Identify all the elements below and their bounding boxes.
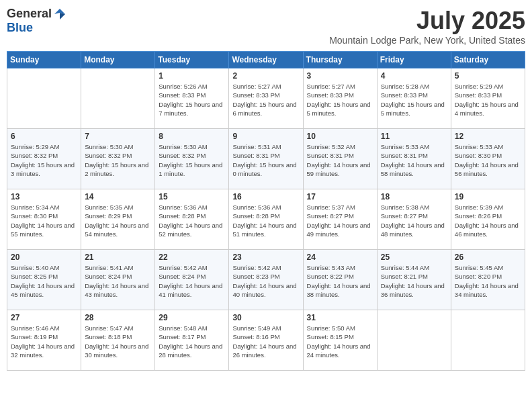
calendar-cell: 8Sunrise: 5:30 AM Sunset: 8:32 PM Daylig… <box>155 129 229 189</box>
day-number: 14 <box>85 192 151 201</box>
calendar-cell: 22Sunrise: 5:42 AM Sunset: 8:24 PM Dayli… <box>155 250 229 310</box>
calendar-cell: 23Sunrise: 5:42 AM Sunset: 8:23 PM Dayli… <box>229 250 303 310</box>
logo: General Blue <box>7 7 66 35</box>
day-info: Sunrise: 5:42 AM Sunset: 8:24 PM Dayligh… <box>159 263 225 299</box>
day-info: Sunrise: 5:35 AM Sunset: 8:29 PM Dayligh… <box>85 203 151 238</box>
day-info: Sunrise: 5:30 AM Sunset: 8:32 PM Dayligh… <box>85 142 151 178</box>
calendar-cell: 17Sunrise: 5:37 AM Sunset: 8:27 PM Dayli… <box>303 189 377 250</box>
calendar-cell: 31Sunrise: 5:50 AM Sunset: 8:15 PM Dayli… <box>303 310 377 371</box>
calendar-cell: 7Sunrise: 5:30 AM Sunset: 8:32 PM Daylig… <box>81 129 155 189</box>
day-of-week-saturday: Saturday <box>451 52 525 68</box>
day-of-week-friday: Friday <box>377 52 451 68</box>
day-number: 22 <box>159 253 225 262</box>
calendar-cell <box>377 310 451 371</box>
day-number: 2 <box>232 71 299 81</box>
day-info: Sunrise: 5:43 AM Sunset: 8:22 PM Dayligh… <box>307 263 373 299</box>
calendar-header: SundayMondayTuesdayWednesdayThursdayFrid… <box>7 52 525 68</box>
calendar-cell <box>451 310 525 371</box>
logo-blue-text: Blue <box>7 21 33 35</box>
day-info: Sunrise: 5:46 AM Sunset: 8:19 PM Dayligh… <box>11 324 77 359</box>
day-number: 16 <box>232 192 299 201</box>
day-number: 10 <box>307 132 373 141</box>
calendar-cell: 19Sunrise: 5:39 AM Sunset: 8:26 PM Dayli… <box>451 189 525 250</box>
calendar-cell: 6Sunrise: 5:29 AM Sunset: 8:32 PM Daylig… <box>7 129 81 189</box>
calendar-cell: 9Sunrise: 5:31 AM Sunset: 8:31 PM Daylig… <box>229 129 303 189</box>
calendar-cell: 15Sunrise: 5:36 AM Sunset: 8:28 PM Dayli… <box>155 189 229 250</box>
day-info: Sunrise: 5:31 AM Sunset: 8:31 PM Dayligh… <box>232 142 299 178</box>
logo-general-text: General <box>7 7 52 21</box>
day-info: Sunrise: 5:36 AM Sunset: 8:28 PM Dayligh… <box>232 203 299 238</box>
calendar-cell: 20Sunrise: 5:40 AM Sunset: 8:25 PM Dayli… <box>7 250 81 310</box>
logo-icon <box>53 7 66 21</box>
day-number: 28 <box>85 313 151 322</box>
day-number: 8 <box>159 132 225 141</box>
day-info: Sunrise: 5:47 AM Sunset: 8:18 PM Dayligh… <box>85 324 151 359</box>
day-number: 31 <box>307 313 373 322</box>
day-number: 29 <box>159 313 225 322</box>
day-of-week-monday: Monday <box>81 52 155 68</box>
calendar: SundayMondayTuesdayWednesdayThursdayFrid… <box>7 51 525 371</box>
day-info: Sunrise: 5:33 AM Sunset: 8:31 PM Dayligh… <box>381 142 447 178</box>
day-info: Sunrise: 5:44 AM Sunset: 8:21 PM Dayligh… <box>381 263 447 299</box>
calendar-cell: 5Sunrise: 5:29 AM Sunset: 8:33 PM Daylig… <box>451 68 525 129</box>
day-number: 5 <box>455 71 521 81</box>
week-row: 6Sunrise: 5:29 AM Sunset: 8:32 PM Daylig… <box>7 129 525 189</box>
day-info: Sunrise: 5:48 AM Sunset: 8:17 PM Dayligh… <box>159 324 225 359</box>
calendar-cell: 13Sunrise: 5:34 AM Sunset: 8:30 PM Dayli… <box>7 189 81 250</box>
calendar-body: 1Sunrise: 5:26 AM Sunset: 8:33 PM Daylig… <box>7 68 525 371</box>
calendar-cell: 4Sunrise: 5:28 AM Sunset: 8:33 PM Daylig… <box>377 68 451 129</box>
day-info: Sunrise: 5:37 AM Sunset: 8:27 PM Dayligh… <box>307 203 373 238</box>
day-number: 9 <box>232 132 299 141</box>
day-number: 4 <box>381 71 447 81</box>
day-number: 15 <box>159 192 225 201</box>
day-number: 13 <box>11 192 77 201</box>
day-number: 27 <box>11 313 77 322</box>
day-info: Sunrise: 5:29 AM Sunset: 8:33 PM Dayligh… <box>455 82 521 118</box>
day-info: Sunrise: 5:30 AM Sunset: 8:32 PM Dayligh… <box>159 142 225 178</box>
calendar-cell: 1Sunrise: 5:26 AM Sunset: 8:33 PM Daylig… <box>155 68 229 129</box>
day-number: 1 <box>159 71 225 81</box>
calendar-cell: 3Sunrise: 5:27 AM Sunset: 8:33 PM Daylig… <box>303 68 377 129</box>
subtitle: Mountain Lodge Park, New York, United St… <box>329 35 525 46</box>
day-info: Sunrise: 5:42 AM Sunset: 8:23 PM Dayligh… <box>232 263 299 299</box>
day-info: Sunrise: 5:33 AM Sunset: 8:30 PM Dayligh… <box>455 142 521 178</box>
header: General Blue July 2025 Mountain Lodge Pa… <box>7 7 525 46</box>
day-of-week-wednesday: Wednesday <box>229 52 303 68</box>
calendar-cell: 2Sunrise: 5:27 AM Sunset: 8:33 PM Daylig… <box>229 68 303 129</box>
title-area: July 2025 Mountain Lodge Park, New York,… <box>329 7 525 46</box>
main-title: July 2025 <box>329 7 525 35</box>
day-info: Sunrise: 5:45 AM Sunset: 8:20 PM Dayligh… <box>455 263 521 299</box>
day-info: Sunrise: 5:50 AM Sunset: 8:15 PM Dayligh… <box>307 324 373 359</box>
calendar-cell: 26Sunrise: 5:45 AM Sunset: 8:20 PM Dayli… <box>451 250 525 310</box>
week-row: 13Sunrise: 5:34 AM Sunset: 8:30 PM Dayli… <box>7 189 525 250</box>
day-info: Sunrise: 5:41 AM Sunset: 8:24 PM Dayligh… <box>85 263 151 299</box>
day-of-week-sunday: Sunday <box>7 52 81 68</box>
day-of-week-thursday: Thursday <box>303 52 377 68</box>
calendar-cell: 21Sunrise: 5:41 AM Sunset: 8:24 PM Dayli… <box>81 250 155 310</box>
day-number: 30 <box>232 313 299 322</box>
day-info: Sunrise: 5:49 AM Sunset: 8:16 PM Dayligh… <box>232 324 299 359</box>
calendar-cell: 24Sunrise: 5:43 AM Sunset: 8:22 PM Dayli… <box>303 250 377 310</box>
day-info: Sunrise: 5:38 AM Sunset: 8:27 PM Dayligh… <box>381 203 447 238</box>
calendar-cell: 30Sunrise: 5:49 AM Sunset: 8:16 PM Dayli… <box>229 310 303 371</box>
week-row: 1Sunrise: 5:26 AM Sunset: 8:33 PM Daylig… <box>7 68 525 129</box>
calendar-cell: 27Sunrise: 5:46 AM Sunset: 8:19 PM Dayli… <box>7 310 81 371</box>
day-number: 23 <box>232 253 299 262</box>
day-info: Sunrise: 5:34 AM Sunset: 8:30 PM Dayligh… <box>11 203 77 238</box>
day-number: 19 <box>455 192 521 201</box>
day-info: Sunrise: 5:27 AM Sunset: 8:33 PM Dayligh… <box>307 82 373 118</box>
day-number: 7 <box>85 132 151 141</box>
day-number: 21 <box>85 253 151 262</box>
calendar-cell: 25Sunrise: 5:44 AM Sunset: 8:21 PM Dayli… <box>377 250 451 310</box>
day-number: 24 <box>307 253 373 262</box>
day-number: 25 <box>381 253 447 262</box>
day-number: 6 <box>11 132 77 141</box>
day-number: 12 <box>455 132 521 141</box>
day-number: 17 <box>307 192 373 201</box>
calendar-cell: 11Sunrise: 5:33 AM Sunset: 8:31 PM Dayli… <box>377 129 451 189</box>
day-info: Sunrise: 5:27 AM Sunset: 8:33 PM Dayligh… <box>232 82 299 118</box>
calendar-cell: 18Sunrise: 5:38 AM Sunset: 8:27 PM Dayli… <box>377 189 451 250</box>
day-info: Sunrise: 5:29 AM Sunset: 8:32 PM Dayligh… <box>11 142 77 178</box>
calendar-cell: 14Sunrise: 5:35 AM Sunset: 8:29 PM Dayli… <box>81 189 155 250</box>
week-row: 20Sunrise: 5:40 AM Sunset: 8:25 PM Dayli… <box>7 250 525 310</box>
